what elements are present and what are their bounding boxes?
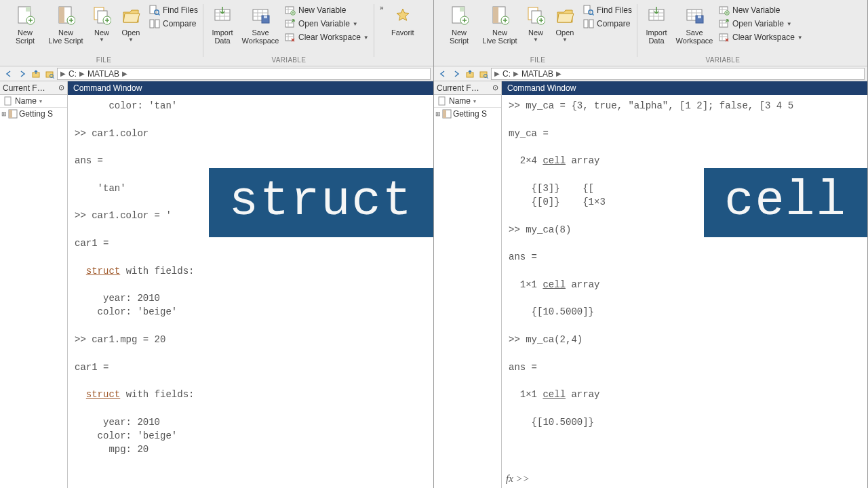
open-variable-button[interactable]: Open Variable▼ bbox=[716, 18, 806, 30]
open-icon bbox=[119, 4, 142, 27]
nav-forward-button[interactable] bbox=[16, 68, 28, 80]
navbar: ▶ C:▶ MATLAB▶ bbox=[434, 66, 867, 81]
open-variable-label: Open Variable bbox=[298, 19, 350, 28]
new-live-script-icon bbox=[488, 4, 511, 27]
pane-menu-button[interactable]: ⊙ bbox=[58, 83, 64, 92]
new-script-button[interactable]: New Script bbox=[441, 3, 477, 56]
svg-rect-31 bbox=[493, 7, 498, 23]
folder-column-name: Name bbox=[449, 96, 471, 106]
address-bar[interactable]: ▶ C:▶ MATLAB▶ bbox=[491, 68, 865, 80]
svg-rect-9 bbox=[150, 5, 156, 14]
svg-rect-4 bbox=[59, 7, 64, 23]
nav-back-button[interactable] bbox=[3, 68, 15, 80]
nav-up-button[interactable] bbox=[464, 68, 476, 80]
main-area: Current F… ⊙ Name ▾ ⊞ Getting S Command … bbox=[0, 81, 433, 488]
new-live-script-button[interactable]: New Live Script bbox=[479, 3, 521, 56]
nav-forward-button[interactable] bbox=[450, 68, 462, 80]
command-window-body[interactable]: color: 'tan' >> car1.color ans = 'tan' >… bbox=[68, 95, 433, 488]
import-data-button[interactable]: Import Data bbox=[640, 3, 673, 56]
breadcrumb-folder[interactable]: MATLAB▶ bbox=[521, 69, 561, 79]
breadcrumb-folder[interactable]: MATLAB▶ bbox=[87, 69, 127, 79]
favorites-label: Favorit bbox=[391, 28, 414, 37]
open-button[interactable]: Open ▼ bbox=[551, 3, 579, 56]
current-folder-header: Current F… ⊙ bbox=[0, 81, 67, 95]
clear-workspace-button[interactable]: Clear Workspace▼ bbox=[716, 31, 806, 43]
new-variable-button[interactable]: New Variable bbox=[716, 4, 806, 16]
nav-back-button[interactable] bbox=[437, 68, 449, 80]
chevron-right-icon: ▶ bbox=[60, 70, 66, 77]
ribbon-group-file-label: FILE bbox=[7, 56, 201, 65]
address-bar[interactable]: ▶ C:▶ MATLAB▶ bbox=[57, 68, 431, 80]
import-data-icon bbox=[211, 4, 234, 27]
new-variable-button[interactable]: New Variable bbox=[282, 4, 372, 16]
current-folder-pane: Current F… ⊙ Name ▾ ⊞ Getting S bbox=[434, 81, 502, 488]
favorites-button[interactable]: Favorit bbox=[389, 3, 416, 37]
pane-menu-button[interactable]: ⊙ bbox=[492, 83, 498, 92]
nav-browse-button[interactable] bbox=[477, 68, 490, 80]
nav-up-button[interactable] bbox=[30, 68, 42, 80]
compare-button[interactable]: Compare bbox=[146, 18, 201, 30]
new-button[interactable]: New ▼ bbox=[522, 3, 549, 56]
new-icon bbox=[524, 4, 547, 27]
overlay-label-cell: cell bbox=[704, 168, 867, 237]
save-workspace-button[interactable]: Save Workspace bbox=[674, 3, 715, 56]
current-folder-header: Current F… ⊙ bbox=[434, 81, 501, 95]
new-script-icon bbox=[14, 4, 37, 27]
folder-column-header[interactable]: Name ▾ bbox=[0, 95, 67, 108]
breadcrumb-drive[interactable]: C:▶ bbox=[502, 69, 519, 79]
open-icon bbox=[553, 4, 576, 27]
new-icon bbox=[90, 4, 113, 27]
import-data-button[interactable]: Import Data bbox=[206, 3, 239, 56]
nav-browse-button[interactable] bbox=[43, 68, 56, 80]
new-label: New bbox=[528, 28, 543, 37]
new-label: New bbox=[94, 28, 109, 37]
left-app: New Script New Live Script New ▼ bbox=[0, 0, 434, 488]
ribbon-group-variable-label: VARIABLE bbox=[206, 56, 372, 65]
import-data-label: Import Data bbox=[646, 28, 667, 45]
ribbon-group-file: New Script New Live Script New ▼ Open ▼ bbox=[438, 3, 637, 65]
save-workspace-button[interactable]: Save Workspace bbox=[240, 3, 281, 56]
command-window-body[interactable]: >> my_ca = {3, true, "alpha", [1 2]; fal… bbox=[502, 95, 867, 488]
new-script-label: New Script bbox=[16, 28, 35, 45]
ribbon-overflow[interactable]: » bbox=[374, 3, 389, 12]
folder-column-header[interactable]: Name ▾ bbox=[434, 95, 501, 108]
ribbon: New Script New Live Script New ▼ Open ▼ bbox=[434, 0, 867, 66]
compare-button[interactable]: Compare bbox=[580, 18, 635, 30]
new-variable-label: New Variable bbox=[298, 5, 346, 15]
fx-prompt[interactable]: fx >> bbox=[506, 472, 530, 487]
folder-tree-item[interactable]: ⊞ Getting S bbox=[0, 108, 67, 120]
open-button[interactable]: Open ▼ bbox=[117, 3, 145, 56]
new-live-script-button[interactable]: New Live Script bbox=[45, 3, 87, 56]
svg-rect-24 bbox=[5, 97, 11, 105]
clear-workspace-icon bbox=[285, 32, 296, 43]
compare-label: Compare bbox=[163, 19, 196, 28]
command-window-pane: Command Window >> my_ca = {3, true, "alp… bbox=[502, 81, 867, 488]
save-workspace-icon bbox=[683, 4, 706, 27]
current-folder-title: Current F… bbox=[437, 83, 479, 93]
expand-icon[interactable]: ⊞ bbox=[435, 110, 441, 117]
compare-icon bbox=[583, 18, 594, 29]
open-variable-icon bbox=[719, 18, 730, 29]
folder-item-label: Getting S bbox=[453, 109, 487, 119]
save-workspace-label: Save Workspace bbox=[676, 28, 713, 45]
clear-workspace-button[interactable]: Clear Workspace ▼ bbox=[282, 31, 372, 43]
find-files-button[interactable]: Find Files bbox=[580, 4, 635, 16]
expand-icon[interactable]: ⊞ bbox=[1, 110, 7, 117]
open-variable-button[interactable]: Open Variable ▼ bbox=[282, 18, 372, 30]
folder-tree-item[interactable]: ⊞ Getting S bbox=[434, 108, 501, 120]
find-files-label: Find Files bbox=[597, 5, 632, 15]
svg-rect-28 bbox=[460, 7, 465, 12]
new-button[interactable]: New ▼ bbox=[88, 3, 115, 56]
new-variable-icon bbox=[719, 5, 730, 16]
current-folder-pane: Current F… ⊙ Name ▾ ⊞ Getting S bbox=[0, 81, 68, 488]
svg-rect-43 bbox=[698, 16, 701, 18]
caret-icon: ▼ bbox=[128, 38, 134, 42]
breadcrumb-drive[interactable]: C:▶ bbox=[68, 69, 85, 79]
import-data-icon bbox=[645, 4, 668, 27]
find-files-button[interactable]: Find Files bbox=[146, 4, 201, 16]
command-window-pane: Command Window color: 'tan' >> car1.colo… bbox=[68, 81, 433, 488]
star-icon bbox=[391, 4, 414, 27]
find-files-icon bbox=[149, 5, 160, 16]
new-script-button[interactable]: New Script bbox=[7, 3, 43, 56]
open-variable-label: Open Variable bbox=[732, 19, 784, 28]
